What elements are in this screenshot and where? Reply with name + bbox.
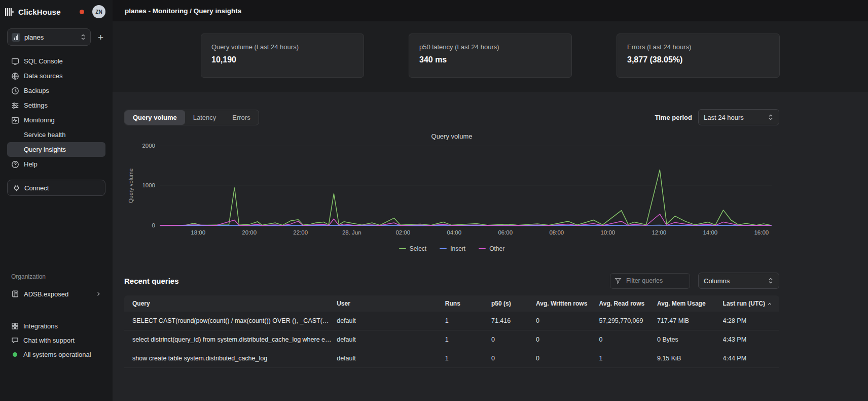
sidebar-item-query-insights[interactable]: Query insights <box>7 142 105 157</box>
sidebar-item-integrations[interactable]: Integrations <box>7 319 105 333</box>
cell-value: default <box>337 330 445 349</box>
column-header[interactable]: Query <box>124 295 337 312</box>
column-header[interactable]: p50 (s) <box>491 295 536 312</box>
sidebar-item-sql-console[interactable]: SQL Console <box>7 54 105 69</box>
sort-ascending-icon <box>767 302 772 306</box>
stat-value: 340 ms <box>419 55 561 64</box>
stat-card-errors: Errors (Last 24 hours) 3,877 (38.05%) <box>617 34 780 78</box>
connect-button[interactable]: Connect <box>7 180 105 196</box>
footer-item-label: All systems operational <box>23 351 91 358</box>
query-row[interactable]: select distrinct(query_id) from system.d… <box>124 330 779 349</box>
chart-title: Query volume <box>124 132 779 140</box>
organization-name: ADSB.exposed <box>24 290 91 298</box>
x-tick-label: 28. Jun <box>342 229 361 236</box>
cell-value: 4:43 PM <box>723 330 779 349</box>
time-period-label: Time period <box>655 114 692 121</box>
sidebar-item-data-sources[interactable]: Data sources <box>7 69 105 83</box>
cell-value: 0 <box>536 312 599 330</box>
stats-band: Query volume (Last 24 hours) 10,190 p50 … <box>113 21 868 92</box>
sidebar-item-monitoring[interactable]: Monitoring <box>7 113 105 127</box>
user-avatar[interactable]: ZN <box>92 5 105 18</box>
sidebar-item-label: Backups <box>24 87 49 94</box>
cell-query: select distrinct(query_id) from system.d… <box>124 330 337 349</box>
chart-y-axis-label: Query volume <box>124 145 137 226</box>
tab-latency[interactable]: Latency <box>185 110 225 125</box>
cell-value: 0 <box>491 330 536 349</box>
legend-label: Insert <box>450 245 465 252</box>
add-service-button[interactable]: + <box>96 31 105 43</box>
sidebar-item-help[interactable]: Help <box>7 157 105 172</box>
columns-select-value: Columns <box>704 277 730 285</box>
column-header[interactable]: Avg. Read rows <box>599 295 657 312</box>
column-header[interactable]: Avg. Written rows <box>536 295 599 312</box>
sidebar-item-label: Settings <box>24 102 48 109</box>
query-volume-chart: Query volume Query volume 010002000 18:0… <box>124 132 779 252</box>
sidebar-item-chat-support[interactable]: Chat with support <box>7 333 105 347</box>
x-tick-label: 06:00 <box>498 229 513 236</box>
x-tick-label: 20:00 <box>242 229 257 236</box>
recent-queries-title: Recent queries <box>124 277 179 285</box>
organization-item[interactable]: ADSB.exposed <box>7 286 105 302</box>
stat-label: Query volume (Last 24 hours) <box>211 43 353 51</box>
legend-item-insert[interactable]: Insert <box>440 245 465 252</box>
column-header[interactable]: Runs <box>445 295 491 312</box>
cell-value: 1 <box>599 349 657 368</box>
sidebar: ClickHouse ZN planes + SQL Console Data … <box>0 0 113 401</box>
y-tick-label: 0 <box>152 222 155 228</box>
legend-swatch <box>440 248 447 250</box>
cell-value: 9.15 KiB <box>657 349 723 368</box>
service-selector[interactable]: planes <box>7 28 91 46</box>
columns-select[interactable]: Columns <box>698 273 779 289</box>
cell-value: 0 <box>536 349 599 368</box>
query-row[interactable]: SELECT CAST(round(pow(count() / max(coun… <box>124 312 779 330</box>
x-tick-label: 22:00 <box>293 229 308 236</box>
connect-icon <box>13 184 20 192</box>
connect-label: Connect <box>24 184 49 192</box>
column-header[interactable]: User <box>337 295 445 312</box>
sidebar-item-service-health[interactable]: Service health <box>7 127 105 142</box>
main-area: planes - Monitoring / Query insights Que… <box>113 0 868 401</box>
tab-errors[interactable]: Errors <box>224 110 258 125</box>
chart-tabs: Query volume Latency Errors <box>124 110 259 125</box>
clickhouse-logo[interactable]: ClickHouse <box>5 8 61 16</box>
page-header: planes - Monitoring / Query insights <box>113 0 868 21</box>
cell-value: 0 <box>536 330 599 349</box>
cell-value: 717.47 MiB <box>657 312 723 330</box>
x-tick-label: 10:00 <box>600 229 615 236</box>
chevron-updown-icon <box>80 34 86 41</box>
cell-value: 0 <box>599 330 657 349</box>
notification-dot <box>80 10 84 14</box>
query-row[interactable]: show create table system.distributed_cac… <box>124 349 779 368</box>
cell-value: 4:28 PM <box>723 312 779 330</box>
sidebar-item-settings[interactable]: Settings <box>7 98 105 113</box>
sidebar-item-label: Service health <box>24 131 65 139</box>
sidebar-item-backups[interactable]: Backups <box>7 83 105 98</box>
organization-icon <box>11 290 19 298</box>
legend-item-other[interactable]: Other <box>479 245 504 252</box>
tab-query-volume[interactable]: Query volume <box>125 110 185 125</box>
cell-value: 4:44 PM <box>723 349 779 368</box>
system-status-item[interactable]: All systems operational <box>7 347 105 361</box>
time-period-select[interactable]: Last 24 hours <box>698 109 779 125</box>
cell-query: show create table system.distributed_cac… <box>124 349 337 368</box>
cell-value: 1 <box>445 349 491 368</box>
filter-queries-input[interactable] <box>610 273 690 289</box>
sidebar-item-label: SQL Console <box>24 57 63 65</box>
chevron-updown-icon <box>768 114 774 121</box>
legend-item-select[interactable]: Select <box>399 245 426 252</box>
cell-value: 1 <box>445 330 491 349</box>
chart-plot <box>160 145 772 226</box>
y-tick-label: 2000 <box>142 143 155 149</box>
sliders-icon <box>11 102 19 110</box>
column-header[interactable]: Last run (UTC) <box>723 295 779 312</box>
x-tick-label: 14:00 <box>703 229 717 236</box>
globe-icon <box>11 72 19 80</box>
stat-value: 10,190 <box>211 55 353 64</box>
content: Query volume Latency Errors Time period … <box>113 92 868 401</box>
table-header-row: QueryUserRunsp50 (s)Avg. Written rowsAvg… <box>124 295 779 312</box>
x-tick-label: 16:00 <box>754 229 769 236</box>
column-header[interactable]: Avg. Mem Usage <box>657 295 723 312</box>
x-tick-label: 12:00 <box>652 229 666 236</box>
sidebar-nav: SQL Console Data sources Backups Setting… <box>0 49 113 172</box>
cell-value: default <box>337 349 445 368</box>
